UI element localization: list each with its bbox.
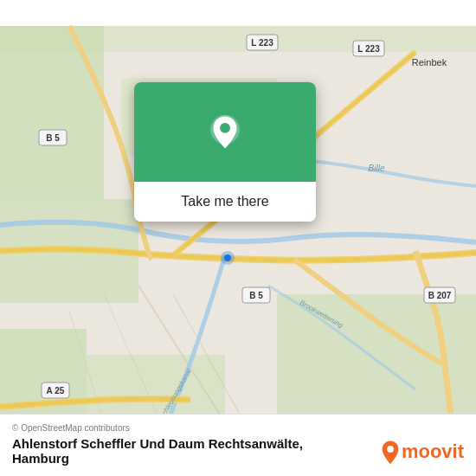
- svg-text:B 207: B 207: [428, 291, 452, 300]
- card-map-preview: [134, 82, 316, 182]
- location-card: Take me there: [134, 82, 316, 222]
- map-container: B 5 B 5 B 5 L 223 L 223 B 207 A 25 Reinb…: [0, 0, 476, 476]
- take-me-there-button[interactable]: Take me there: [134, 182, 316, 222]
- svg-text:Reinbek: Reinbek: [412, 57, 447, 68]
- svg-text:B 5: B 5: [46, 133, 60, 143]
- svg-point-33: [220, 123, 230, 133]
- svg-text:A 25: A 25: [47, 386, 65, 396]
- osm-attribution: © OpenStreetMap contributors: [12, 423, 464, 433]
- svg-text:B 5: B 5: [249, 291, 263, 300]
- bottom-info-bar: © OpenStreetMap contributors Ahlenstorf …: [0, 414, 476, 476]
- svg-point-34: [387, 446, 394, 453]
- svg-text:Bille: Bille: [369, 164, 385, 173]
- location-pin-icon: [206, 113, 244, 151]
- moovit-pin-icon: [381, 440, 400, 464]
- svg-text:L 223: L 223: [357, 44, 380, 54]
- svg-text:L 223: L 223: [251, 38, 273, 48]
- map-background: B 5 B 5 B 5 L 223 L 223 B 207 A 25 Reinb…: [0, 0, 476, 476]
- moovit-logo: moovit: [381, 440, 464, 464]
- moovit-text: moovit: [402, 441, 464, 463]
- svg-point-31: [224, 254, 231, 261]
